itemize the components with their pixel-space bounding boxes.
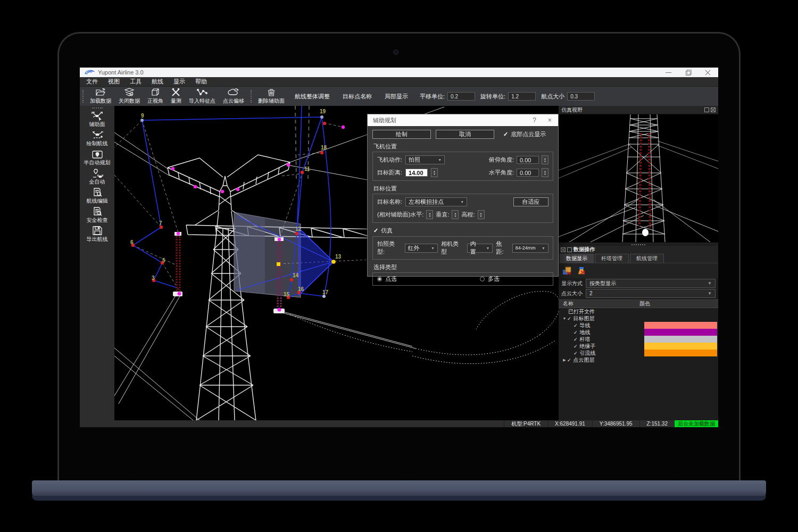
sidebar-aux-plane-button[interactable]: 辅助面	[89, 111, 105, 127]
pitch-spinner[interactable]: ▲▼	[542, 155, 548, 164]
target-point-name-button[interactable]: 目标点名称	[336, 93, 378, 101]
import-feature-points-button[interactable]: 导入特征点	[185, 87, 219, 105]
layer-row-tower[interactable]: ✓ 杆塔	[559, 336, 718, 343]
dialog-title-bar[interactable]: 辅助规划 ? ×	[368, 114, 558, 126]
close-icon[interactable]	[705, 70, 711, 76]
menu-tools[interactable]: 工具	[130, 78, 142, 86]
sim-checkbox[interactable]: ✓ 仿真	[373, 227, 553, 235]
tab-tower-manage[interactable]: 杆塔管理	[595, 254, 629, 263]
front-view-button[interactable]: 正视角	[144, 87, 167, 105]
elevation-spinner[interactable]: ▲▼	[478, 210, 485, 219]
toolbar-grip[interactable]	[82, 90, 84, 103]
menu-route[interactable]: 航线	[152, 78, 163, 86]
target-distance-input[interactable]: 14.00	[405, 169, 428, 177]
sidebar-draw-route-button[interactable]: 绘制航线	[87, 130, 108, 146]
point-size-select[interactable]: 2 ▼	[586, 289, 716, 298]
menu-help[interactable]: 帮助	[195, 78, 207, 86]
tree-target-layer[interactable]: ▼ ✓ 目标图层	[559, 315, 718, 322]
waypoint-size-input[interactable]: 0.3	[567, 92, 595, 101]
color-swatch-groundwire[interactable]	[644, 329, 717, 336]
panel-float-icon[interactable]	[704, 107, 709, 112]
dialog-close-icon[interactable]: ×	[548, 117, 552, 124]
chevron-down-icon: ▼	[708, 281, 712, 286]
dock-close-icon[interactable]	[561, 247, 566, 252]
target-name-select[interactable]: 左相横担挂点 ▼	[405, 197, 467, 206]
checkbox-icon[interactable]: ✓	[567, 316, 571, 321]
toolbar-grip-2[interactable]	[251, 90, 252, 103]
sidebar-safety-check-button[interactable]: 安全检查	[87, 206, 108, 223]
sidebar-semi-auto-button[interactable]: 半自动规划	[84, 149, 111, 165]
dock-float-icon[interactable]	[567, 247, 572, 252]
translate-unit-input[interactable]: 0.2	[447, 92, 475, 101]
layer-row-groundwire[interactable]: ✓ 地线	[559, 329, 718, 336]
checkbox-icon[interactable]: ✓	[567, 358, 571, 363]
display-mode-select[interactable]: 按类型显示 ▼	[586, 279, 716, 288]
checkbox-icon[interactable]: ✓	[573, 337, 578, 342]
layer-row-jumper[interactable]: ✓ 引流线	[559, 350, 718, 356]
restore-icon[interactable]	[685, 70, 691, 76]
tab-data-display[interactable]: 数据显示	[560, 254, 594, 263]
delete-aux-plane-button[interactable]: 删除辅助面	[254, 87, 288, 105]
camera-type-label: 相机类型	[441, 240, 464, 256]
horizontal-angle-input[interactable]: 0.00	[517, 169, 539, 177]
sidebar-route-edit-button[interactable]: 航线编辑	[87, 187, 108, 204]
menu-view[interactable]: 视图	[108, 78, 120, 86]
color-swatch-conductor[interactable]	[644, 322, 717, 329]
checkbox-icon[interactable]: ✓	[573, 330, 578, 335]
chevron-down-icon: ▼	[460, 200, 464, 204]
column-color: 颜色	[639, 300, 650, 307]
checkbox-icon[interactable]: ✓	[573, 323, 578, 328]
close-data-button[interactable]: 关闭数据	[115, 87, 144, 105]
sidebar-full-auto-button[interactable]: 全自动	[89, 168, 105, 185]
local-display-button[interactable]: 局部显示	[378, 93, 414, 101]
sidebar-export-route-button[interactable]: 导出航线	[87, 226, 108, 242]
draw-button[interactable]: 绘制	[372, 130, 431, 139]
tab-route-manage[interactable]: 航线管理	[630, 254, 664, 263]
camera-type-select[interactable]: 内置 ▼	[467, 244, 493, 253]
cancel-button[interactable]: 取消	[436, 130, 494, 139]
multi-select-radio[interactable]: 多选	[480, 275, 500, 283]
layer-row-insulator[interactable]: ✓ 绝缘子	[559, 343, 718, 350]
layer-row-conductor[interactable]: ✓ 导线	[559, 322, 718, 329]
open-folder-icon	[95, 88, 106, 97]
load-data-button[interactable]: 加载数据	[86, 87, 115, 105]
rotate-unit-field: 旋转单位: 1.2	[480, 92, 536, 101]
pitch-angle-input[interactable]: 0.00	[517, 156, 539, 164]
aircraft-action-select[interactable]: 拍照 ▼	[405, 155, 445, 164]
remove-pointcloud-icon[interactable]	[562, 267, 572, 275]
single-select-radio[interactable]: 点选	[377, 275, 397, 283]
app-logo-icon	[84, 69, 95, 76]
offset-v-spinner[interactable]: ▲▼	[452, 210, 459, 219]
point-size-label: 点云大小	[561, 290, 583, 297]
minimize-icon[interactable]	[666, 70, 671, 76]
tree-root[interactable]: 已打开文件	[559, 308, 718, 315]
layer-tree: 已打开文件 ▼ ✓ 目标图层 ✓ 导线 ✓ 地线 ✓	[559, 308, 718, 363]
auto-adapt-button[interactable]: 自适应	[513, 197, 548, 206]
pointcloud-offset-button[interactable]: 点云偏移	[219, 87, 248, 105]
rotate-unit-input[interactable]: 1.2	[508, 92, 536, 101]
measure-button[interactable]: 量测	[167, 87, 185, 105]
panel-close-icon[interactable]	[711, 107, 716, 112]
bottom-cloud-checkbox[interactable]: ✓ 底部点云显示	[503, 130, 546, 138]
checkbox-icon[interactable]: ✓	[573, 344, 578, 349]
distance-spinner[interactable]: ▲▼	[431, 168, 438, 177]
menu-display[interactable]: 显示	[173, 78, 185, 86]
color-swatch-tower[interactable]	[644, 336, 717, 343]
checkbox-icon[interactable]: ✓	[573, 351, 578, 356]
horizontal-spinner[interactable]: ▲▼	[542, 168, 548, 177]
focal-length-select[interactable]: 84-24mm ▼	[512, 244, 548, 253]
dialog-help-icon[interactable]: ?	[533, 117, 536, 124]
menu-file[interactable]: 文件	[86, 78, 98, 86]
color-swatch-jumper[interactable]	[644, 350, 717, 356]
status-coord-y: Y:3486951.95	[592, 420, 639, 427]
offset-h-spinner[interactable]: ▲▼	[426, 210, 433, 219]
tree-pointcloud-layer[interactable]: ▶ ✓ 点云图层	[559, 356, 718, 363]
sidebar-grip[interactable]	[92, 107, 103, 109]
color-swatch-insulator[interactable]	[644, 343, 717, 350]
expand-icon[interactable]: ▼	[562, 317, 567, 320]
route-global-adjust-button[interactable]: 航线整体调整	[288, 93, 336, 101]
remove-tower-icon[interactable]	[577, 267, 586, 275]
sim-viewport[interactable]	[559, 114, 718, 243]
photo-type-select[interactable]: 红外 ▼	[405, 244, 438, 253]
collapse-icon[interactable]: ▶	[562, 358, 567, 362]
